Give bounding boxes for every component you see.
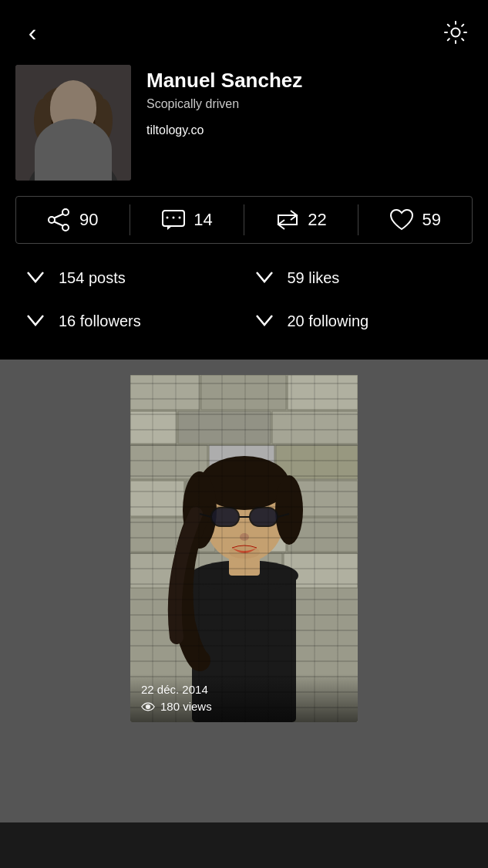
eye-icon xyxy=(141,702,155,711)
svg-point-58 xyxy=(240,533,249,541)
comment-stat[interactable]: 14 xyxy=(130,197,244,243)
svg-rect-3 xyxy=(63,138,83,161)
likes-chevron-icon xyxy=(252,265,277,290)
chevron-down-svg-3 xyxy=(24,309,47,333)
svg-point-0 xyxy=(452,29,460,37)
svg-rect-28 xyxy=(130,375,200,410)
dropdown-stats: 154 posts 59 likes 16 followers xyxy=(15,262,473,336)
svg-rect-53 xyxy=(211,508,239,526)
svg-line-56 xyxy=(200,514,211,517)
chevron-down-svg xyxy=(24,266,47,289)
svg-point-6 xyxy=(34,99,52,142)
svg-rect-1 xyxy=(15,65,131,181)
svg-rect-39 xyxy=(288,481,358,516)
followers-stat[interactable]: 16 followers xyxy=(15,306,244,336)
back-button[interactable]: ‹ xyxy=(15,15,49,49)
share-stat[interactable]: 90 xyxy=(16,197,130,243)
svg-rect-34 xyxy=(130,445,207,479)
header-bar: ‹ xyxy=(15,15,473,49)
svg-line-57 xyxy=(278,514,289,517)
svg-point-7 xyxy=(94,99,113,142)
svg-point-10 xyxy=(77,117,93,130)
back-icon: ‹ xyxy=(29,20,37,45)
svg-rect-38 xyxy=(186,481,286,516)
posts-stat[interactable]: 154 posts xyxy=(15,262,244,293)
svg-rect-44 xyxy=(194,553,282,588)
svg-rect-40 xyxy=(130,518,215,552)
repost-stat[interactable]: 22 xyxy=(244,197,358,243)
repost-icon-svg xyxy=(275,208,300,232)
svg-rect-36 xyxy=(276,445,358,479)
svg-point-20 xyxy=(62,225,69,231)
profile-website[interactable]: tiltology.co xyxy=(146,123,302,137)
repost-icon xyxy=(275,208,300,232)
profile-row: Manuel Sanchez Scopically driven tiltolo… xyxy=(15,65,473,181)
svg-rect-11 xyxy=(52,118,69,130)
likes-label: 59 likes xyxy=(288,269,340,287)
settings-button[interactable] xyxy=(439,15,473,49)
svg-point-50 xyxy=(200,456,289,510)
likes-stat[interactable]: 59 likes xyxy=(244,262,473,293)
gear-icon xyxy=(442,19,469,46)
svg-rect-29 xyxy=(201,375,286,410)
svg-point-4 xyxy=(44,94,103,159)
profile-info: Manuel Sanchez Scopically driven tiltolo… xyxy=(146,65,302,137)
svg-point-52 xyxy=(275,475,303,545)
avatar-svg xyxy=(15,65,131,181)
chevron-down-svg-4 xyxy=(253,309,276,333)
profile-name: Manuel Sanchez xyxy=(146,69,302,93)
svg-rect-37 xyxy=(130,481,184,516)
post-image: 22 déc. 2014 180 views xyxy=(130,375,358,722)
svg-point-17 xyxy=(61,136,86,151)
post-views: 180 views xyxy=(141,700,347,713)
svg-rect-43 xyxy=(130,553,192,588)
avatar xyxy=(15,65,131,181)
svg-rect-45 xyxy=(284,553,358,588)
svg-rect-42 xyxy=(288,518,358,552)
post-card[interactable]: 22 déc. 2014 180 views xyxy=(130,375,358,722)
repost-count: 22 xyxy=(308,210,326,230)
profile-bio: Scopically driven xyxy=(146,97,302,111)
like-count: 59 xyxy=(422,210,440,230)
svg-point-51 xyxy=(183,471,217,549)
stats-row: 90 14 xyxy=(15,196,473,244)
svg-line-22 xyxy=(55,222,63,226)
following-label: 20 following xyxy=(288,312,369,330)
svg-rect-27 xyxy=(130,375,358,722)
svg-rect-30 xyxy=(288,375,358,410)
svg-point-61 xyxy=(147,705,149,707)
chevron-down-svg-2 xyxy=(253,266,276,289)
svg-rect-31 xyxy=(130,411,177,444)
heart-icon xyxy=(389,208,414,232)
post-overlay: 22 déc. 2014 180 views xyxy=(130,674,358,722)
share-count: 90 xyxy=(79,210,98,230)
bottom-section: 22 déc. 2014 180 views xyxy=(0,360,488,822)
posts-label: 154 posts xyxy=(59,269,126,287)
views-count: 180 views xyxy=(160,700,212,713)
svg-rect-12 xyxy=(77,118,94,130)
avatar-image xyxy=(15,65,131,181)
post-svg xyxy=(130,375,358,722)
following-chevron-icon xyxy=(252,309,277,333)
svg-rect-32 xyxy=(178,411,271,444)
like-stat[interactable]: 59 xyxy=(358,197,472,243)
svg-point-5 xyxy=(42,85,104,119)
svg-rect-48 xyxy=(229,533,260,576)
share-icon-svg xyxy=(47,208,72,232)
following-stat[interactable]: 20 following xyxy=(244,306,473,336)
comment-icon xyxy=(161,208,186,232)
svg-point-8 xyxy=(52,134,95,162)
svg-point-49 xyxy=(204,473,284,562)
share-icon xyxy=(47,208,72,232)
svg-rect-41 xyxy=(217,518,286,552)
svg-point-47 xyxy=(190,560,298,591)
svg-rect-33 xyxy=(272,411,358,444)
posts-chevron-icon xyxy=(23,265,48,290)
svg-point-18 xyxy=(62,209,69,215)
comment-icon-svg xyxy=(161,208,186,232)
svg-point-9 xyxy=(54,117,69,130)
post-date: 22 déc. 2014 xyxy=(141,683,347,696)
svg-line-21 xyxy=(55,214,63,218)
svg-point-16 xyxy=(69,131,77,137)
svg-point-59 xyxy=(229,546,260,559)
